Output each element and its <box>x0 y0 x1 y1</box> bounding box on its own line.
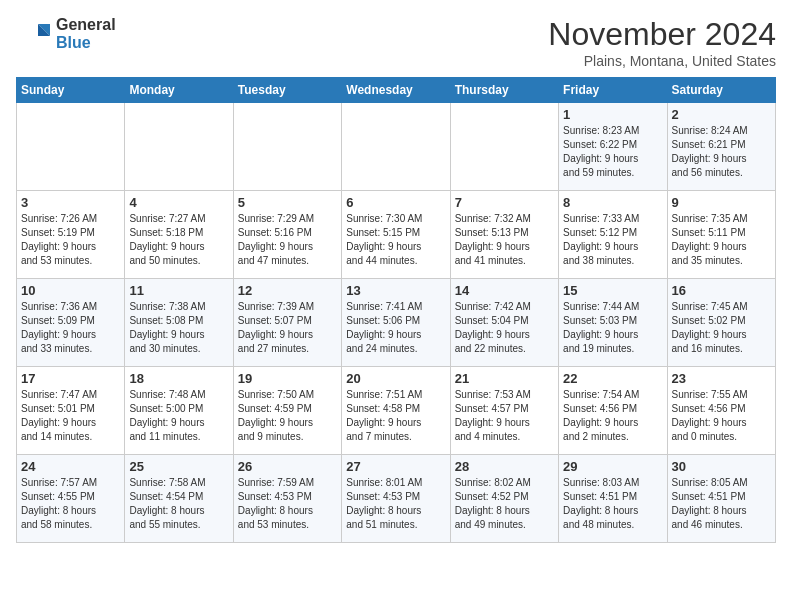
calendar-cell: 27Sunrise: 8:01 AM Sunset: 4:53 PM Dayli… <box>342 455 450 543</box>
day-info: Sunrise: 7:48 AM Sunset: 5:00 PM Dayligh… <box>129 388 228 444</box>
calendar-cell: 20Sunrise: 7:51 AM Sunset: 4:58 PM Dayli… <box>342 367 450 455</box>
day-number: 3 <box>21 195 120 210</box>
calendar-cell: 26Sunrise: 7:59 AM Sunset: 4:53 PM Dayli… <box>233 455 341 543</box>
day-info: Sunrise: 7:42 AM Sunset: 5:04 PM Dayligh… <box>455 300 554 356</box>
day-info: Sunrise: 7:57 AM Sunset: 4:55 PM Dayligh… <box>21 476 120 532</box>
day-number: 15 <box>563 283 662 298</box>
calendar-cell: 12Sunrise: 7:39 AM Sunset: 5:07 PM Dayli… <box>233 279 341 367</box>
calendar-week-row: 24Sunrise: 7:57 AM Sunset: 4:55 PM Dayli… <box>17 455 776 543</box>
day-number: 17 <box>21 371 120 386</box>
title-block: November 2024 Plains, Montana, United St… <box>548 16 776 69</box>
day-info: Sunrise: 7:55 AM Sunset: 4:56 PM Dayligh… <box>672 388 771 444</box>
day-number: 30 <box>672 459 771 474</box>
logo-blue-text: Blue <box>56 34 91 51</box>
day-info: Sunrise: 7:47 AM Sunset: 5:01 PM Dayligh… <box>21 388 120 444</box>
logo: General Blue <box>16 16 116 52</box>
weekday-header-saturday: Saturday <box>667 78 775 103</box>
calendar-cell <box>450 103 558 191</box>
day-info: Sunrise: 8:05 AM Sunset: 4:51 PM Dayligh… <box>672 476 771 532</box>
day-info: Sunrise: 7:38 AM Sunset: 5:08 PM Dayligh… <box>129 300 228 356</box>
day-info: Sunrise: 8:23 AM Sunset: 6:22 PM Dayligh… <box>563 124 662 180</box>
weekday-header-wednesday: Wednesday <box>342 78 450 103</box>
day-number: 22 <box>563 371 662 386</box>
calendar-cell <box>125 103 233 191</box>
day-info: Sunrise: 8:03 AM Sunset: 4:51 PM Dayligh… <box>563 476 662 532</box>
day-info: Sunrise: 7:30 AM Sunset: 5:15 PM Dayligh… <box>346 212 445 268</box>
day-number: 6 <box>346 195 445 210</box>
calendar-cell: 3Sunrise: 7:26 AM Sunset: 5:19 PM Daylig… <box>17 191 125 279</box>
calendar-cell: 25Sunrise: 7:58 AM Sunset: 4:54 PM Dayli… <box>125 455 233 543</box>
calendar-cell: 22Sunrise: 7:54 AM Sunset: 4:56 PM Dayli… <box>559 367 667 455</box>
calendar-cell: 10Sunrise: 7:36 AM Sunset: 5:09 PM Dayli… <box>17 279 125 367</box>
day-info: Sunrise: 7:41 AM Sunset: 5:06 PM Dayligh… <box>346 300 445 356</box>
day-info: Sunrise: 7:54 AM Sunset: 4:56 PM Dayligh… <box>563 388 662 444</box>
location-text: Plains, Montana, United States <box>548 53 776 69</box>
day-info: Sunrise: 7:33 AM Sunset: 5:12 PM Dayligh… <box>563 212 662 268</box>
day-number: 29 <box>563 459 662 474</box>
calendar-cell: 13Sunrise: 7:41 AM Sunset: 5:06 PM Dayli… <box>342 279 450 367</box>
day-number: 25 <box>129 459 228 474</box>
calendar-cell: 17Sunrise: 7:47 AM Sunset: 5:01 PM Dayli… <box>17 367 125 455</box>
day-number: 9 <box>672 195 771 210</box>
calendar-cell: 15Sunrise: 7:44 AM Sunset: 5:03 PM Dayli… <box>559 279 667 367</box>
day-number: 27 <box>346 459 445 474</box>
calendar-week-row: 17Sunrise: 7:47 AM Sunset: 5:01 PM Dayli… <box>17 367 776 455</box>
calendar-cell: 14Sunrise: 7:42 AM Sunset: 5:04 PM Dayli… <box>450 279 558 367</box>
calendar-cell: 16Sunrise: 7:45 AM Sunset: 5:02 PM Dayli… <box>667 279 775 367</box>
calendar-cell <box>17 103 125 191</box>
day-info: Sunrise: 7:35 AM Sunset: 5:11 PM Dayligh… <box>672 212 771 268</box>
day-info: Sunrise: 7:29 AM Sunset: 5:16 PM Dayligh… <box>238 212 337 268</box>
calendar-cell: 21Sunrise: 7:53 AM Sunset: 4:57 PM Dayli… <box>450 367 558 455</box>
calendar-cell: 23Sunrise: 7:55 AM Sunset: 4:56 PM Dayli… <box>667 367 775 455</box>
day-number: 20 <box>346 371 445 386</box>
day-info: Sunrise: 8:24 AM Sunset: 6:21 PM Dayligh… <box>672 124 771 180</box>
calendar-cell: 18Sunrise: 7:48 AM Sunset: 5:00 PM Dayli… <box>125 367 233 455</box>
calendar-table: SundayMondayTuesdayWednesdayThursdayFrid… <box>16 77 776 543</box>
day-info: Sunrise: 7:26 AM Sunset: 5:19 PM Dayligh… <box>21 212 120 268</box>
day-info: Sunrise: 7:50 AM Sunset: 4:59 PM Dayligh… <box>238 388 337 444</box>
day-number: 4 <box>129 195 228 210</box>
day-info: Sunrise: 7:58 AM Sunset: 4:54 PM Dayligh… <box>129 476 228 532</box>
calendar-cell <box>342 103 450 191</box>
day-info: Sunrise: 7:39 AM Sunset: 5:07 PM Dayligh… <box>238 300 337 356</box>
calendar-cell: 7Sunrise: 7:32 AM Sunset: 5:13 PM Daylig… <box>450 191 558 279</box>
calendar-cell: 29Sunrise: 8:03 AM Sunset: 4:51 PM Dayli… <box>559 455 667 543</box>
day-number: 26 <box>238 459 337 474</box>
day-info: Sunrise: 7:27 AM Sunset: 5:18 PM Dayligh… <box>129 212 228 268</box>
day-number: 8 <box>563 195 662 210</box>
day-info: Sunrise: 7:36 AM Sunset: 5:09 PM Dayligh… <box>21 300 120 356</box>
day-info: Sunrise: 7:59 AM Sunset: 4:53 PM Dayligh… <box>238 476 337 532</box>
calendar-cell: 28Sunrise: 8:02 AM Sunset: 4:52 PM Dayli… <box>450 455 558 543</box>
day-info: Sunrise: 7:53 AM Sunset: 4:57 PM Dayligh… <box>455 388 554 444</box>
day-number: 24 <box>21 459 120 474</box>
day-number: 16 <box>672 283 771 298</box>
day-info: Sunrise: 8:02 AM Sunset: 4:52 PM Dayligh… <box>455 476 554 532</box>
calendar-cell <box>233 103 341 191</box>
day-number: 14 <box>455 283 554 298</box>
day-number: 19 <box>238 371 337 386</box>
day-number: 23 <box>672 371 771 386</box>
day-number: 10 <box>21 283 120 298</box>
day-number: 21 <box>455 371 554 386</box>
calendar-week-row: 10Sunrise: 7:36 AM Sunset: 5:09 PM Dayli… <box>17 279 776 367</box>
calendar-cell: 5Sunrise: 7:29 AM Sunset: 5:16 PM Daylig… <box>233 191 341 279</box>
day-number: 18 <box>129 371 228 386</box>
calendar-cell: 19Sunrise: 7:50 AM Sunset: 4:59 PM Dayli… <box>233 367 341 455</box>
calendar-cell: 6Sunrise: 7:30 AM Sunset: 5:15 PM Daylig… <box>342 191 450 279</box>
calendar-cell: 1Sunrise: 8:23 AM Sunset: 6:22 PM Daylig… <box>559 103 667 191</box>
weekday-header-thursday: Thursday <box>450 78 558 103</box>
logo-general-text: General <box>56 16 116 33</box>
logo-icon <box>16 16 52 52</box>
weekday-header-tuesday: Tuesday <box>233 78 341 103</box>
day-info: Sunrise: 8:01 AM Sunset: 4:53 PM Dayligh… <box>346 476 445 532</box>
calendar-week-row: 3Sunrise: 7:26 AM Sunset: 5:19 PM Daylig… <box>17 191 776 279</box>
day-info: Sunrise: 7:44 AM Sunset: 5:03 PM Dayligh… <box>563 300 662 356</box>
page-header: General Blue November 2024 Plains, Monta… <box>16 16 776 69</box>
day-number: 12 <box>238 283 337 298</box>
day-info: Sunrise: 7:32 AM Sunset: 5:13 PM Dayligh… <box>455 212 554 268</box>
day-number: 11 <box>129 283 228 298</box>
calendar-week-row: 1Sunrise: 8:23 AM Sunset: 6:22 PM Daylig… <box>17 103 776 191</box>
day-info: Sunrise: 7:51 AM Sunset: 4:58 PM Dayligh… <box>346 388 445 444</box>
day-number: 2 <box>672 107 771 122</box>
calendar-header-row: SundayMondayTuesdayWednesdayThursdayFrid… <box>17 78 776 103</box>
